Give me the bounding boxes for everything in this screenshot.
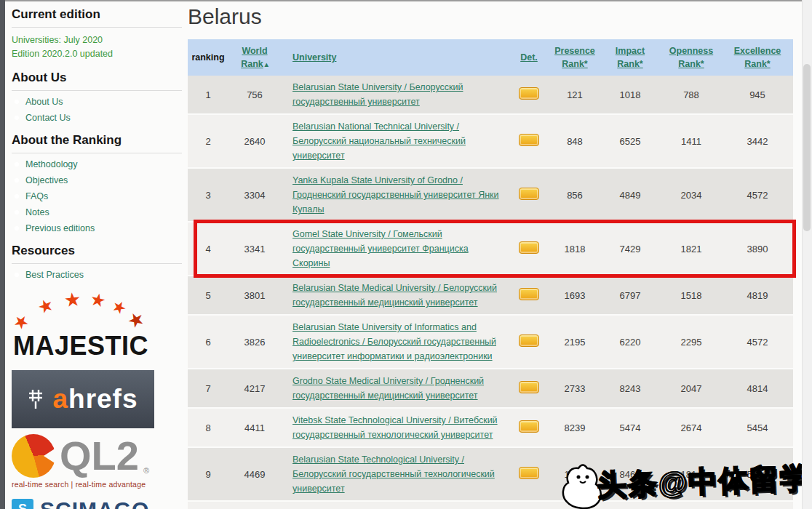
detail-badge-icon[interactable] (519, 334, 539, 347)
ranking-cell: 8 (188, 408, 228, 447)
watermark-text: 头条@中体留学 (597, 457, 811, 505)
university-link[interactable]: Grodno State Medical University / Гродне… (292, 376, 484, 401)
table-row: 5 3801 Belarusian State Medical Universi… (188, 276, 793, 315)
ranking-cell: 9 (188, 447, 228, 501)
excellence-rank-sort-link[interactable]: Excellence Rank* (734, 46, 781, 69)
university-cell: Gomel State University / Гомельский госу… (281, 222, 508, 276)
det-header-link[interactable]: Det. (520, 52, 538, 63)
openness-rank-cell: 788 (661, 76, 722, 114)
sort-asc-icon[interactable]: ▴ (265, 60, 268, 68)
left-window-edge (0, 0, 5, 509)
university-link[interactable]: Belarusian State Medical University / Бе… (292, 283, 497, 308)
scimago-logo[interactable]: S SCIMAGO (12, 497, 182, 509)
detail-badge-icon[interactable] (519, 188, 539, 200)
scrollbar-thumb[interactable] (803, 64, 811, 231)
detail-badge-icon[interactable] (519, 134, 539, 146)
ranking-cell: 1 (188, 76, 228, 114)
det-cell (508, 168, 550, 222)
detail-badge-icon[interactable] (519, 467, 539, 479)
impact-rank-cell: 4849 (600, 168, 661, 222)
majestic-logo[interactable]: ★ ★ ★ ★ ★ ★ MAJESTIC (12, 290, 166, 361)
header-university: University (281, 39, 508, 76)
edition-note-link[interactable]: Universities: July 2020 Edition 2020.2.0… (12, 33, 182, 62)
impact-rank-cell: 6220 (600, 315, 661, 369)
detail-badge-icon[interactable] (519, 87, 539, 100)
header-presence-rank: Presence Rank* (550, 39, 600, 76)
watermark: 头条@中体留学 (557, 455, 811, 508)
det-cell (508, 114, 550, 168)
openness-rank-cell: 1411 (661, 114, 722, 168)
university-cell: Brest State Technical University / Брест… (281, 501, 508, 509)
sidebar-link[interactable]: Objectives (25, 175, 68, 185)
sidebar-link-item: Best Practices (15, 270, 182, 280)
det-cell (508, 369, 550, 408)
star-icon: ★ (124, 307, 149, 332)
sidebar-link[interactable]: Notes (25, 207, 49, 217)
presence-rank-cell: 2195 (550, 315, 600, 369)
sidebar-link[interactable]: FAQs (25, 191, 48, 201)
table-row: 1 756 Belarusian State University / Бело… (188, 76, 793, 114)
university-sort-link[interactable]: University (292, 52, 336, 63)
sidebar: Current edition Universities: July 2020 … (12, 3, 182, 509)
main-content: Belarus ranking World Rank▴ University D… (188, 1, 796, 509)
university-link[interactable]: Belarusian State University / Белорусски… (292, 82, 463, 107)
excellence-rank-cell: 4819 (722, 276, 793, 315)
detail-badge-icon[interactable] (519, 288, 539, 300)
university-link[interactable]: Belarusian State University of Informati… (292, 322, 496, 361)
ahrefs-logo[interactable]: ahrefs (12, 370, 154, 428)
detail-badge-icon[interactable] (519, 241, 539, 254)
ql2-registered-mark: ® (143, 466, 149, 478)
header-ranking: ranking (188, 39, 228, 76)
world-rank-sort-link[interactable]: World Rank (241, 46, 267, 69)
university-link[interactable]: Vitebsk State Technological University /… (292, 415, 498, 440)
table-row: 3 3304 Yanka Kupala State University of … (188, 168, 793, 222)
ql2-logo[interactable]: QL2 ® real-time search | real-time advan… (12, 434, 182, 489)
ranking-cell: 10 (188, 501, 228, 509)
sidebar-link-item: Contact Us (15, 113, 182, 123)
university-link[interactable]: Belarusian National Technical University… (292, 121, 466, 161)
page-title: Belarus (188, 4, 796, 29)
sidebar-link[interactable]: Previous editions (25, 223, 95, 233)
header-openness-rank: Openness Rank* (661, 39, 722, 76)
about-ranking-links: Methodology Objectives FAQs Notes (12, 159, 182, 233)
bullet-icon (15, 162, 19, 167)
table-row: 8 4411 Vitebsk State Technological Unive… (188, 408, 793, 447)
resources-links: Best Practices (12, 270, 182, 280)
table-row: 6 3826 Belarusian State University of In… (188, 315, 793, 369)
ranking-cell: 4 (188, 222, 228, 276)
sidebar-link-item: About Us (15, 97, 182, 107)
impact-rank-cell: 6525 (600, 114, 661, 168)
university-cell: Belarusian State University of Informati… (281, 315, 508, 369)
sidebar-link-item: Previous editions (15, 223, 182, 233)
table-row: 2 2640 Belarusian National Technical Uni… (188, 114, 793, 168)
university-link[interactable]: Yanka Kupala State University of Grodno … (292, 175, 499, 215)
impact-rank-sort-link[interactable]: Impact Rank* (616, 46, 645, 69)
university-cell: Grodno State Medical University / Гродне… (281, 369, 508, 408)
sidebar-link[interactable]: Best Practices (25, 270, 84, 280)
university-link[interactable]: Belarusian State Technological Universit… (292, 454, 495, 494)
detail-badge-icon[interactable] (519, 381, 539, 393)
sidebar-link[interactable]: Methodology (25, 159, 78, 169)
sidebar-link[interactable]: Contact Us (25, 113, 71, 123)
openness-rank-cell: 2034 (661, 168, 722, 222)
world-rank-cell: 4411 (228, 408, 281, 447)
edition-line-2: Edition 2020.2.0 updated (12, 49, 113, 59)
world-rank-cell: 3341 (228, 222, 281, 276)
presence-rank-sort-link[interactable]: Presence Rank* (554, 46, 595, 69)
detail-badge-icon[interactable] (519, 420, 539, 433)
star-icon: ★ (63, 289, 82, 310)
university-link[interactable]: Gomel State University / Гомельский госу… (292, 229, 469, 268)
det-cell (508, 276, 550, 315)
world-rank-cell: 2640 (228, 114, 281, 168)
world-rank-cell: 4713 (228, 501, 281, 509)
bullet-icon (15, 100, 19, 104)
sidebar-link[interactable]: About Us (25, 97, 63, 107)
header-det: Det. (508, 39, 550, 76)
openness-rank-sort-link[interactable]: Openness Rank* (669, 46, 713, 69)
impact-rank-cell: 6797 (600, 276, 661, 315)
world-rank-cell: 3826 (228, 315, 281, 369)
scrollbar-track[interactable] (802, 0, 812, 509)
ahrefs-mark-icon (28, 388, 45, 410)
det-cell (508, 447, 550, 501)
impact-rank-cell: 8243 (600, 369, 661, 408)
